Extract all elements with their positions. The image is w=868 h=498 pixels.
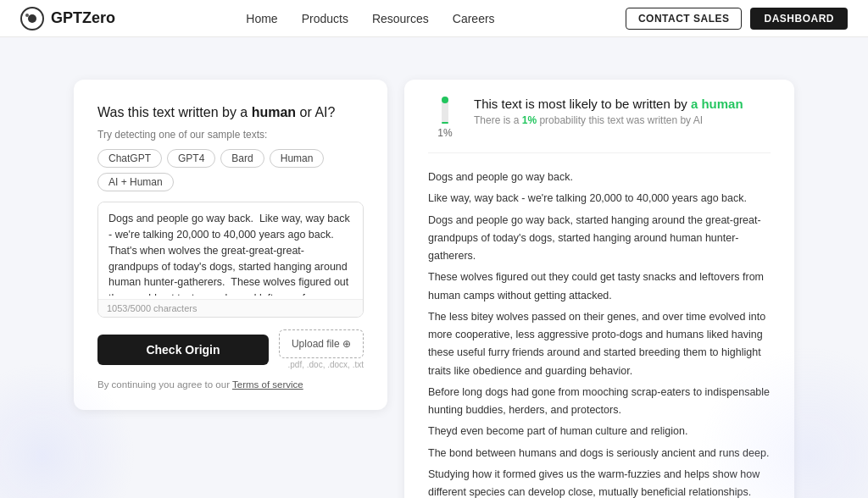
result-body-line: Studying how it formed gives us the warm… — [428, 466, 771, 498]
terms-prefix: By continuing you agree to our — [97, 379, 232, 390]
brand-name: GPTZero — [51, 9, 115, 27]
subtitle-suffix: probability this text was written by AI — [537, 114, 703, 126]
human-word: a human — [691, 97, 743, 111]
title-prefix: Was this text written by a — [97, 105, 252, 119]
chip-bard[interactable]: Bard — [220, 149, 264, 168]
result-card: 1% This text is most likely to be writte… — [404, 80, 794, 498]
upload-file-button[interactable]: Upload file ⊕ — [279, 329, 364, 358]
result-body-line: Before long dogs had gone from mooching … — [428, 384, 771, 420]
nav-link-products[interactable]: Products — [302, 12, 348, 25]
main-content: Was this text written by a human or AI? … — [0, 37, 868, 498]
probability-bar — [442, 97, 448, 124]
nav-link-resources[interactable]: Resources — [372, 12, 429, 25]
result-body-line: Dogs and people go way back, started han… — [428, 212, 771, 266]
subtitle-pct: 1% — [522, 114, 537, 126]
brand-logo-icon — [20, 7, 44, 30]
card-actions: Check Origin Upload file ⊕ .pdf, .doc, .… — [97, 329, 364, 369]
subtitle-prefix: There is a — [474, 114, 522, 126]
contact-sales-button[interactable]: CONTACT SALES — [626, 8, 743, 30]
upload-label: Upload file ⊕ — [292, 338, 351, 350]
navbar-actions: CONTACT SALES DASHBOARD — [626, 8, 848, 30]
check-origin-button[interactable]: Check Origin — [97, 335, 269, 365]
chip-human[interactable]: Human — [270, 149, 325, 168]
dashboard-button[interactable]: DASHBOARD — [750, 8, 848, 30]
sample-chips: ChatGPT GPT4 Bard Human AI + Human — [97, 149, 364, 191]
title-bold: human — [252, 105, 296, 119]
probability-dot — [442, 97, 448, 103]
probability-fill — [442, 122, 448, 124]
input-card: Was this text written by a human or AI? … — [74, 80, 387, 410]
svg-point-1 — [28, 14, 36, 23]
result-body: Dogs and people go way back.Like way, wa… — [428, 169, 771, 498]
nav-link-careers[interactable]: Careers — [453, 12, 495, 25]
chip-chatgpt[interactable]: ChatGPT — [97, 149, 162, 168]
result-body-line: These wolves figured out they could get … — [428, 268, 771, 305]
headline-prefix: This text is most likely to be written b… — [474, 97, 691, 111]
upload-hint: .pdf, .doc, .docx, .txt — [288, 360, 364, 369]
result-text-block: This text is most likely to be written b… — [474, 97, 743, 126]
terms-text: By continuing you agree to our Terms of … — [97, 379, 364, 390]
probability-value: 1% — [437, 127, 452, 139]
navbar: GPTZero Home Products Resources Careers … — [0, 0, 868, 37]
nav-link-home[interactable]: Home — [246, 12, 277, 25]
terms-link[interactable]: Terms of service — [232, 379, 303, 390]
text-input-wrapper: 1053/5000 characters — [97, 202, 364, 318]
chip-ai-human[interactable]: AI + Human — [97, 173, 174, 191]
result-body-line: The bond between humans and dogs is seri… — [428, 445, 771, 462]
result-body-line: Dogs and people go way back. — [428, 169, 771, 186]
text-input[interactable] — [98, 202, 363, 296]
svg-point-2 — [25, 14, 29, 17]
result-headline: This text is most likely to be written b… — [474, 97, 743, 111]
result-header: 1% This text is most likely to be writte… — [428, 97, 771, 153]
probability-container: 1% — [428, 97, 462, 139]
result-body-line: Theyd even become part of human culture … — [428, 423, 771, 440]
result-body-line: Like way, way back - we're talking 20,00… — [428, 190, 771, 208]
result-body-line: The less bitey wolves passed on their ge… — [428, 308, 771, 380]
brand: GPTZero — [20, 7, 115, 30]
sample-label: Try detecting one of our sample texts: — [97, 129, 364, 141]
result-subtitle: There is a 1% probability this text was … — [474, 114, 743, 126]
nav-links: Home Products Resources Careers — [246, 12, 494, 25]
chip-gpt4[interactable]: GPT4 — [167, 149, 215, 168]
char-count: 1053/5000 characters — [98, 299, 363, 317]
title-suffix: or AI? — [296, 105, 335, 119]
card-title: Was this text written by a human or AI? — [97, 103, 364, 122]
